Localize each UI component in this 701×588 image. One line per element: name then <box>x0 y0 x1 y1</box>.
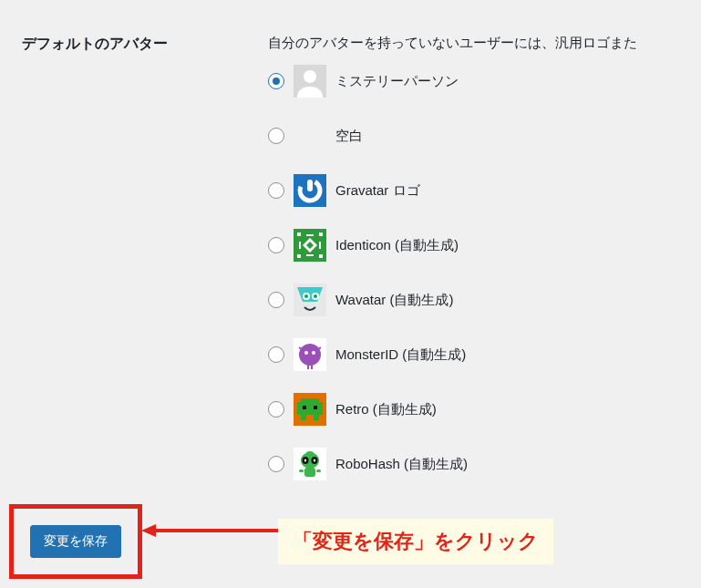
svg-marker-48 <box>141 524 156 537</box>
svg-rect-6 <box>297 232 301 236</box>
blank-icon <box>294 119 326 152</box>
avatar-option-mystery[interactable]: ミステリーパーソン <box>268 65 692 98</box>
monsterid-icon <box>294 338 326 371</box>
save-changes-button[interactable]: 変更を保存 <box>30 525 121 558</box>
avatar-option-robohash[interactable]: RoboHash (自動生成) <box>268 448 692 480</box>
wavatar-icon <box>294 284 326 316</box>
svg-point-26 <box>304 351 308 355</box>
option-label: 空白 <box>335 128 363 145</box>
svg-rect-9 <box>319 254 323 258</box>
svg-rect-46 <box>316 469 321 472</box>
svg-rect-32 <box>297 402 323 415</box>
annotation-text: 「変更を保存」をクリック <box>293 530 539 552</box>
field-description: 自分のアバターを持っていないユーザーには、汎用ロゴまた <box>268 35 692 52</box>
radio-monsterid[interactable] <box>268 346 284 363</box>
svg-rect-45 <box>299 469 304 472</box>
svg-point-39 <box>306 451 314 455</box>
gravatar-logo-icon <box>294 174 326 207</box>
option-label: Wavatar (自動生成) <box>335 292 453 309</box>
submit-area: 変更を保存 <box>9 504 142 579</box>
radio-robohash[interactable] <box>268 456 284 472</box>
option-label: RoboHash (自動生成) <box>335 456 468 473</box>
identicon-icon <box>294 229 326 262</box>
mystery-person-icon <box>294 65 326 98</box>
svg-rect-28 <box>307 364 309 369</box>
retro-icon <box>294 393 326 426</box>
annotation-highlight-box: 変更を保存 <box>9 504 142 579</box>
svg-rect-36 <box>314 406 317 409</box>
radio-blank[interactable] <box>268 128 284 144</box>
svg-point-23 <box>299 344 321 366</box>
annotation-arrow-icon <box>141 522 278 539</box>
svg-rect-4 <box>307 180 313 191</box>
avatar-option-gravatar[interactable]: Gravatar ロゴ <box>268 174 692 207</box>
svg-point-42 <box>304 459 306 462</box>
svg-rect-13 <box>319 242 321 249</box>
option-label: Identicon (自動生成) <box>335 237 459 254</box>
svg-rect-29 <box>311 364 313 369</box>
option-label: Gravatar ロゴ <box>335 182 420 200</box>
field-content: 自分のアバターを持っていないユーザーには、汎用ロゴまた ミステリーパーソン 空白… <box>268 18 692 502</box>
radio-mystery[interactable] <box>268 73 284 89</box>
option-label: Retro (自動生成) <box>335 401 437 418</box>
annotation-callout: 「変更を保存」をクリック <box>278 519 553 564</box>
svg-rect-44 <box>304 468 315 477</box>
svg-rect-34 <box>314 415 319 420</box>
svg-rect-8 <box>297 254 301 258</box>
svg-rect-31 <box>301 398 319 402</box>
radio-retro[interactable] <box>268 401 284 418</box>
avatar-option-blank[interactable]: 空白 <box>268 119 692 152</box>
svg-point-43 <box>314 459 315 462</box>
svg-rect-12 <box>299 242 301 249</box>
radio-gravatar[interactable] <box>268 182 284 199</box>
option-label: ミステリーパーソン <box>335 73 459 90</box>
svg-point-27 <box>312 351 315 355</box>
svg-rect-10 <box>306 234 314 236</box>
avatar-option-monsterid[interactable]: MonsterID (自動生成) <box>268 338 692 371</box>
field-label: デフォルトのアバター <box>22 18 268 54</box>
svg-rect-11 <box>306 254 314 256</box>
svg-rect-33 <box>301 415 306 420</box>
svg-point-19 <box>304 294 308 298</box>
svg-point-21 <box>314 294 317 298</box>
robohash-icon <box>294 448 326 480</box>
avatar-option-wavatar[interactable]: Wavatar (自動生成) <box>268 284 692 316</box>
avatar-option-retro[interactable]: Retro (自動生成) <box>268 393 692 426</box>
radio-wavatar[interactable] <box>268 292 284 308</box>
avatar-option-identicon[interactable]: Identicon (自動生成) <box>268 229 692 262</box>
svg-rect-35 <box>303 406 306 409</box>
option-label: MonsterID (自動生成) <box>335 346 466 364</box>
radio-identicon[interactable] <box>268 237 284 253</box>
svg-point-1 <box>304 70 316 83</box>
svg-rect-7 <box>319 232 323 236</box>
